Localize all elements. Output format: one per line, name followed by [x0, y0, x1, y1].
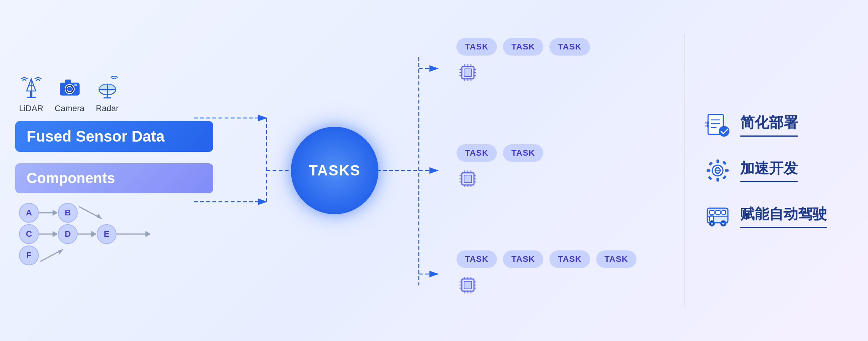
task-bubbles-1: TASK TASK TASK — [456, 38, 590, 56]
svg-rect-85 — [716, 178, 719, 182]
feature-accelerate: 加速开发 — [704, 157, 849, 184]
bus-icon — [704, 203, 731, 229]
svg-rect-95 — [710, 210, 714, 214]
radar-sensor: Radar — [96, 76, 119, 113]
main-container: LiDAR Camera — [0, 0, 868, 341]
feature-autonomous-label: 赋能自动驾驶 — [740, 204, 827, 224]
node-f: F — [19, 245, 39, 265]
graph-row-ab: A B — [19, 203, 213, 223]
feature-simplify-label: 简化部署 — [740, 113, 798, 132]
task-bubble-2-2: TASK — [503, 144, 543, 162]
svg-rect-20 — [74, 84, 77, 86]
sensors-row: LiDAR Camera — [15, 76, 213, 113]
components-box: Components — [15, 163, 213, 193]
feature-simplify-text: 简化部署 — [740, 113, 798, 137]
lidar-label: LiDAR — [19, 104, 43, 113]
svg-rect-89 — [723, 175, 727, 179]
lidar-sensor: LiDAR — [19, 76, 43, 113]
task-group-3: TASK TASK TASK TASK — [456, 250, 677, 303]
features-section: 简化部署 — [685, 0, 868, 341]
svg-rect-46 — [464, 175, 472, 183]
svg-rect-91 — [723, 161, 727, 165]
radar-label: Radar — [96, 104, 119, 113]
globe-gear-icon — [704, 157, 731, 184]
task-group-2: TASK TASK — [456, 144, 677, 197]
right-tasks-section: TASK TASK TASK — [449, 0, 685, 341]
camera-sensor: Camera — [55, 76, 85, 113]
svg-rect-96 — [716, 210, 720, 214]
task-bubbles-2: TASK TASK — [456, 144, 544, 162]
svg-rect-19 — [65, 80, 71, 83]
node-e: E — [97, 224, 116, 244]
feature-autonomous-underline — [740, 227, 827, 228]
svg-rect-97 — [722, 210, 726, 214]
node-b: B — [58, 203, 78, 223]
task-bubble-3-1: TASK — [456, 250, 497, 268]
components-text: Components — [27, 170, 115, 186]
svg-rect-86 — [707, 169, 710, 172]
fused-sensor-box: Fused Sensor Data — [15, 121, 213, 152]
camera-icon — [58, 76, 81, 101]
task-group-1: TASK TASK TASK — [456, 38, 677, 91]
left-section: LiDAR Camera — [0, 0, 221, 341]
task-bubble-3-3: TASK — [549, 250, 590, 268]
task-bubble-1-1: TASK — [456, 38, 497, 56]
svg-marker-28 — [97, 214, 102, 219]
feature-autonomous-text: 赋能自动驾驶 — [740, 204, 827, 228]
feature-simplify-underline — [740, 135, 798, 137]
svg-rect-88 — [709, 161, 713, 166]
task-bubble-1-3: TASK — [549, 38, 590, 56]
svg-point-77 — [719, 126, 729, 137]
task-bubble-1-2: TASK — [503, 38, 543, 56]
task-bubble-3-2: TASK — [503, 250, 543, 268]
svg-rect-84 — [716, 159, 719, 163]
svg-marker-30 — [58, 249, 63, 255]
tasks-label: TASKS — [309, 163, 361, 179]
task-bubble-2-1: TASK — [456, 144, 497, 162]
node-a: A — [19, 203, 39, 223]
feature-accelerate-text: 加速开发 — [740, 159, 798, 182]
feature-autonomous: 赋能自动驾驶 — [704, 203, 849, 229]
feature-simplify: 简化部署 — [704, 112, 849, 138]
svg-point-18 — [67, 86, 72, 92]
graph-row-f: F — [19, 245, 213, 265]
middle-section: TASKS — [221, 0, 449, 341]
task-bubble-3-4: TASK — [596, 250, 637, 268]
node-d: D — [58, 224, 78, 244]
svg-rect-104 — [707, 222, 728, 223]
svg-rect-32 — [464, 69, 472, 76]
document-check-icon — [704, 112, 731, 138]
feature-accelerate-underline — [740, 181, 798, 182]
task-bubbles-3: TASK TASK TASK TASK — [456, 250, 637, 268]
camera-label: Camera — [55, 104, 85, 113]
svg-rect-87 — [725, 169, 729, 172]
chip-icon-2 — [456, 166, 479, 197]
node-c: C — [19, 224, 39, 244]
lidar-icon — [20, 76, 43, 101]
fused-sensor-text: Fused Sensor Data — [27, 128, 164, 145]
chip-icon-1 — [456, 59, 479, 91]
radar-icon — [96, 76, 119, 101]
chip-icon-3 — [456, 272, 479, 303]
tasks-circle: TASKS — [291, 127, 378, 214]
feature-accelerate-label: 加速开发 — [740, 159, 798, 178]
svg-rect-90 — [708, 176, 712, 180]
svg-rect-60 — [464, 281, 472, 289]
graph-nodes: A B C — [15, 203, 213, 265]
svg-rect-12 — [27, 97, 36, 98]
graph-row-cde: C D E — [19, 224, 213, 244]
